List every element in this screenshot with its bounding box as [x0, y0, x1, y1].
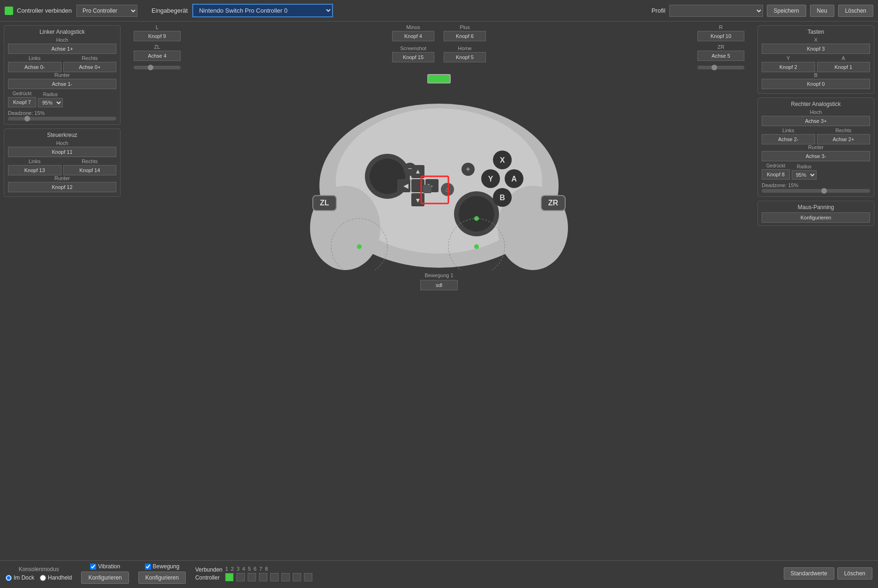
vibration-checkbox[interactable] — [90, 564, 96, 570]
sk-links-label: Links — [29, 158, 41, 164]
left-links-btn[interactable]: Achse 0- — [8, 62, 61, 72]
svg-point-38 — [474, 244, 479, 249]
ZR-big-label[interactable]: ZR — [541, 195, 566, 211]
bewegung-checkbox[interactable] — [145, 564, 151, 570]
center-buttons-group: Minus Knopf 4 Plus Knopf 6 Screenshot Kn… — [392, 24, 486, 64]
L-btn[interactable]: Knopf 9 — [134, 31, 181, 41]
vibration-config-btn[interactable]: Konfigurieren — [81, 572, 129, 584]
profile-select[interactable] — [669, 5, 763, 17]
right-deadzone-slider[interactable] — [762, 189, 870, 193]
sk-links-btn[interactable]: Knopf 13 — [8, 165, 61, 175]
vibration-label: Vibration — [98, 563, 120, 570]
B-btn[interactable]: Knopf 0 — [762, 79, 870, 89]
left-runter-label: Runter — [54, 72, 70, 78]
left-deadzone-slider[interactable] — [8, 117, 116, 121]
vibration-checkbox-row[interactable]: Vibration — [90, 563, 120, 570]
controller-label: Controller — [195, 574, 220, 581]
controller-slots: 1 2 3 4 5 6 7 8 — [225, 566, 312, 581]
tasten-title: Tasten — [762, 29, 870, 35]
left-radius-select[interactable]: 95% — [38, 98, 63, 107]
right-runter-btn[interactable]: Achse 3- — [762, 151, 870, 161]
X-btn[interactable]: Knopf 3 — [762, 44, 870, 54]
ZR-btn[interactable]: Achse 5 — [697, 51, 744, 61]
device-select[interactable]: Nintendo Switch Pro Controller 0 — [192, 4, 333, 17]
ZL-btn[interactable]: Achse 4 — [134, 51, 181, 61]
ZR-label: ZR — [718, 44, 725, 50]
im-dock-radio[interactable]: Im Dock — [6, 574, 34, 581]
screenshot-btn[interactable]: Knopf 15 — [392, 52, 434, 62]
standardwerte-btn[interactable]: Standardwerte — [784, 567, 834, 580]
new-button[interactable]: Neu — [810, 5, 834, 17]
left-hoch-btn[interactable]: Achse 1+ — [8, 44, 116, 54]
delete-button[interactable]: Löschen — [838, 5, 873, 17]
slot-num-3: 3 — [236, 566, 239, 572]
right-rechts-btn[interactable]: Achse 2+ — [817, 134, 870, 144]
bewegung-checkbox-row[interactable]: Bewegung — [145, 563, 180, 570]
slot-num-6: 6 — [254, 566, 257, 572]
maus-panning-label: Maus-Panning — [762, 204, 870, 211]
connection-status-icon — [5, 7, 13, 15]
sk-hoch-btn[interactable]: Knopf 11 — [8, 147, 116, 157]
slot-num-2: 2 — [231, 566, 234, 572]
slot-num-4: 4 — [242, 566, 245, 572]
handheld-radio-input[interactable] — [40, 575, 46, 581]
R-ZR-group: R Knopf 10 ZR Achse 5 — [693, 24, 749, 70]
save-button[interactable]: Speichern — [767, 5, 806, 17]
sk-rechts-btn[interactable]: Knopf 14 — [63, 165, 117, 175]
plus-btn[interactable]: Knopf 6 — [444, 31, 486, 41]
svg-text:B: B — [500, 194, 505, 202]
right-runter-label: Runter — [808, 144, 824, 150]
device-label: Eingabegerät — [151, 7, 188, 14]
right-deadzone-label: Deadzone: 15% — [762, 182, 798, 188]
minus-plus-row: Minus Knopf 4 Plus Knopf 6 — [392, 24, 486, 43]
left-analog-title: Linker Analogstick — [8, 29, 116, 35]
verbunden-label: Verbunden — [195, 566, 222, 573]
top-bar: Controller verbinden Pro Controller Eing… — [0, 0, 878, 22]
bewegung-config-btn[interactable]: Konfigurieren — [138, 572, 186, 584]
left-radius-label: Radius — [43, 92, 58, 97]
ZR-slider[interactable] — [697, 66, 744, 69]
right-links-btn[interactable]: Achse 2- — [762, 134, 815, 144]
steuerkreuz-box: Steuerkreuz Hoch Knopf 11 Links Knopf 13… — [4, 128, 121, 197]
B-label: B — [814, 72, 817, 78]
left-runter-group: Runter Achse 1- — [8, 72, 116, 89]
minus-btn[interactable]: Knopf 4 — [392, 31, 434, 41]
sk-runter-btn[interactable]: Knopf 12 — [8, 182, 116, 192]
right-gedrueckt-group: Gedrückt Knopf 8 — [762, 163, 790, 180]
ZL-label: ZL — [154, 44, 160, 50]
left-radius-group: Radius 95% — [38, 92, 63, 107]
right-radius-select[interactable]: 95% — [792, 170, 817, 180]
left-gedrueckt-btn[interactable]: Knopf 7 — [8, 97, 36, 107]
right-runter-group: Runter Achse 3- — [762, 144, 870, 161]
right-deadzone-row: Deadzone: 15% — [762, 182, 870, 188]
right-gedrueckt-btn[interactable]: Knopf 8 — [762, 169, 790, 180]
ZL-big-label[interactable]: ZL — [312, 195, 337, 211]
Y-btn[interactable]: Knopf 2 — [762, 62, 815, 72]
left-runter-btn[interactable]: Achse 1- — [8, 79, 116, 89]
im-dock-radio-input[interactable] — [6, 575, 12, 581]
svg-text:−: − — [408, 165, 412, 173]
home-btn[interactable]: Knopf 5 — [444, 52, 486, 62]
handheld-radio[interactable]: Handheld — [40, 574, 72, 581]
minus-group: Minus Knopf 4 — [392, 24, 434, 41]
screenshot-group: Screenshot Knopf 15 — [392, 45, 434, 62]
left-rechts-btn[interactable]: Achse 0+ — [63, 62, 117, 72]
R-btn[interactable]: Knopf 10 — [697, 31, 744, 41]
maus-panning-btn[interactable]: Konfigurieren — [762, 212, 870, 223]
controller-type-select[interactable]: Pro Controller — [76, 5, 137, 17]
left-deadzone-thumb — [24, 116, 30, 121]
right-hoch-btn[interactable]: Achse 3+ — [762, 116, 870, 126]
A-btn[interactable]: Knopf 1 — [817, 62, 870, 72]
left-deadzone-row: Deadzone: 15% — [8, 110, 116, 116]
ZL-slider[interactable] — [134, 66, 181, 69]
loeschen-btn[interactable]: Löschen — [837, 567, 872, 580]
right-analog-title: Rechter Analogstick — [762, 101, 870, 107]
left-rechts-group: Rechts Achse 0+ — [63, 55, 117, 72]
home-group: Home Knopf 5 — [444, 45, 486, 62]
svg-text:▼: ▼ — [415, 196, 421, 204]
motion-btn[interactable]: sdl — [420, 280, 458, 290]
Y-label: Y — [787, 55, 790, 61]
console-mode-label: Konsolenmodus — [19, 566, 59, 573]
slot-num-7: 7 — [259, 566, 262, 572]
ZR-thumb — [711, 65, 717, 70]
